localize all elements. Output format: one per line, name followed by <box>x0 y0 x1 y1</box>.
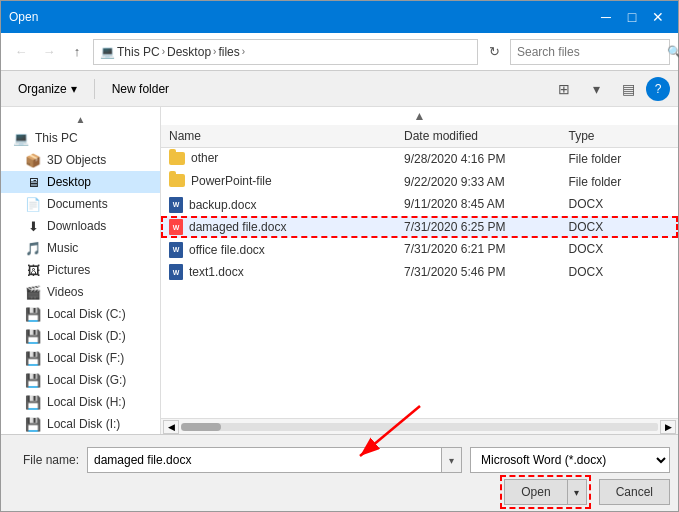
videos-icon: 🎬 <box>25 284 41 300</box>
main-content: ▲ 💻 This PC 📦 3D Objects 🖥 Desktop 📄 Doc… <box>1 107 678 434</box>
window-controls: ─ □ ✕ <box>594 7 670 27</box>
sidebar-item-local-disk-i[interactable]: 💾 Local Disk (I:) <box>1 413 160 434</box>
sidebar-item-local-disk-f[interactable]: 💾 Local Disk (F:) <box>1 347 160 369</box>
file-date-office: 7/31/2020 6:21 PM <box>396 238 561 261</box>
sidebar-label-videos: Videos <box>47 285 83 299</box>
search-input[interactable] <box>517 45 667 59</box>
open-dialog: Open ─ □ ✕ ← → ↑ 💻 This PC › Desktop › f… <box>0 0 679 512</box>
sidebar-label-local-disk-g: Local Disk (G:) <box>47 373 126 387</box>
file-type-office: DOCX <box>561 238 679 261</box>
documents-icon: 📄 <box>25 196 41 212</box>
table-row-damaged-file[interactable]: W damaged file.docx 7/31/2020 6:25 PM DO… <box>161 216 678 239</box>
search-icon: 🔍 <box>667 45 679 59</box>
column-name[interactable]: Name <box>161 125 396 148</box>
table-row[interactable]: W office file.docx 7/31/2020 6:21 PM DOC… <box>161 238 678 261</box>
column-type[interactable]: Type <box>561 125 679 148</box>
sidebar-item-local-disk-h[interactable]: 💾 Local Disk (H:) <box>1 391 160 413</box>
help-button[interactable]: ? <box>646 77 670 101</box>
scroll-right-button[interactable]: ▶ <box>660 420 676 434</box>
table-row[interactable]: PowerPoint-file 9/22/2020 9:33 AM File f… <box>161 171 678 194</box>
table-row[interactable]: W backup.docx 9/11/2020 8:45 AM DOCX <box>161 193 678 216</box>
up-button[interactable]: ↑ <box>65 40 89 64</box>
search-box[interactable]: 🔍 <box>510 39 670 65</box>
folder-icon <box>169 152 185 165</box>
new-folder-label: New folder <box>112 82 169 96</box>
sidebar-label-documents: Documents <box>47 197 108 211</box>
horizontal-scrollbar-track[interactable] <box>181 423 658 431</box>
sidebar-scroll-up[interactable]: ▲ <box>1 111 160 127</box>
sidebar-item-music[interactable]: 🎵 Music <box>1 237 160 259</box>
docx-icon: W <box>169 242 183 258</box>
refresh-button[interactable]: ↻ <box>482 40 506 64</box>
filename-dropdown-button[interactable]: ▾ <box>442 447 462 473</box>
file-icon-office: W office file.docx <box>169 242 265 258</box>
filetype-select-wrap: Microsoft Word (*.docx) All Files (*.*) <box>470 447 670 473</box>
file-name-office: office file.docx <box>189 243 265 257</box>
breadcrumb-files[interactable]: files <box>218 45 239 59</box>
file-list-area: ▲ Name Date modified Type <box>161 107 678 434</box>
file-icon-powerpoint: PowerPoint-file <box>169 174 272 188</box>
filetype-select[interactable]: Microsoft Word (*.docx) All Files (*.*) <box>470 447 670 473</box>
bottom-bar: File name: ▾ Microsoft Word (*.docx) All… <box>1 434 678 511</box>
view-dropdown-button[interactable]: ▾ <box>582 77 610 101</box>
file-name-text1: text1.docx <box>189 265 244 279</box>
sidebar-item-pictures[interactable]: 🖼 Pictures <box>1 259 160 281</box>
title-bar: Open ─ □ ✕ <box>1 1 678 33</box>
new-folder-button[interactable]: New folder <box>103 78 178 100</box>
forward-button[interactable]: → <box>37 40 61 64</box>
this-pc-icon: 💻 <box>13 130 29 146</box>
breadcrumb-this-pc[interactable]: This PC <box>117 45 160 59</box>
sidebar-item-local-disk-d[interactable]: 💾 Local Disk (D:) <box>1 325 160 347</box>
file-date-other: 9/28/2020 4:16 PM <box>396 148 561 171</box>
table-row[interactable]: W text1.docx 7/31/2020 5:46 PM DOCX <box>161 261 678 284</box>
organize-button[interactable]: Organize ▾ <box>9 78 86 100</box>
sidebar: ▲ 💻 This PC 📦 3D Objects 🖥 Desktop 📄 Doc… <box>1 107 161 434</box>
toolbar: Organize ▾ New folder ⊞ ▾ ▤ ? <box>1 71 678 107</box>
address-bar: ← → ↑ 💻 This PC › Desktop › files › ↻ 🔍 <box>1 33 678 71</box>
open-button[interactable]: Open <box>504 479 566 505</box>
forward-icon: → <box>43 44 56 59</box>
breadcrumb[interactable]: 💻 This PC › Desktop › files › <box>93 39 478 65</box>
cancel-button[interactable]: Cancel <box>599 479 670 505</box>
view-dropdown-icon: ▾ <box>593 81 600 97</box>
maximize-button[interactable]: □ <box>620 7 644 27</box>
open-dropdown-button[interactable]: ▾ <box>567 479 587 505</box>
scroll-left-button[interactable]: ◀ <box>163 420 179 434</box>
sidebar-item-documents[interactable]: 📄 Documents <box>1 193 160 215</box>
pane-button[interactable]: ▤ <box>614 77 642 101</box>
sidebar-label-local-disk-f: Local Disk (F:) <box>47 351 124 365</box>
3d-objects-icon: 📦 <box>25 152 41 168</box>
close-button[interactable]: ✕ <box>646 7 670 27</box>
filename-input[interactable] <box>87 447 442 473</box>
folder-icon <box>169 174 185 187</box>
sidebar-label-downloads: Downloads <box>47 219 106 233</box>
sidebar-item-videos[interactable]: 🎬 Videos <box>1 281 160 303</box>
horizontal-scrollbar-thumb[interactable] <box>181 423 221 431</box>
table-row[interactable]: other 9/28/2020 4:16 PM File folder <box>161 148 678 171</box>
sidebar-item-local-disk-g[interactable]: 💾 Local Disk (G:) <box>1 369 160 391</box>
filename-label: File name: <box>9 453 79 467</box>
file-name-powerpoint: PowerPoint-file <box>191 174 272 188</box>
scroll-up-indicator[interactable]: ▲ <box>161 107 678 125</box>
pictures-icon: 🖼 <box>25 262 41 278</box>
view-button[interactable]: ⊞ <box>550 77 578 101</box>
sidebar-label-local-disk-d: Local Disk (D:) <box>47 329 126 343</box>
sidebar-label-local-disk-c: Local Disk (C:) <box>47 307 126 321</box>
pane-icon: ▤ <box>622 81 635 97</box>
dialog-title: Open <box>9 10 38 24</box>
back-button[interactable]: ← <box>9 40 33 64</box>
sidebar-item-this-pc[interactable]: 💻 This PC <box>1 127 160 149</box>
docx-icon: W <box>169 264 183 280</box>
open-button-group: Open ▾ <box>504 479 586 505</box>
sidebar-item-downloads[interactable]: ⬇ Downloads <box>1 215 160 237</box>
docx-damaged-icon: W <box>169 219 183 235</box>
file-date-damaged: 7/31/2020 6:25 PM <box>396 216 561 239</box>
breadcrumb-desktop[interactable]: Desktop <box>167 45 211 59</box>
music-icon: 🎵 <box>25 240 41 256</box>
sidebar-item-desktop[interactable]: 🖥 Desktop <box>1 171 160 193</box>
sidebar-item-local-disk-c[interactable]: 💾 Local Disk (C:) <box>1 303 160 325</box>
file-icon-text1: W text1.docx <box>169 264 244 280</box>
column-date[interactable]: Date modified <box>396 125 561 148</box>
minimize-button[interactable]: ─ <box>594 7 618 27</box>
sidebar-item-3d-objects[interactable]: 📦 3D Objects <box>1 149 160 171</box>
